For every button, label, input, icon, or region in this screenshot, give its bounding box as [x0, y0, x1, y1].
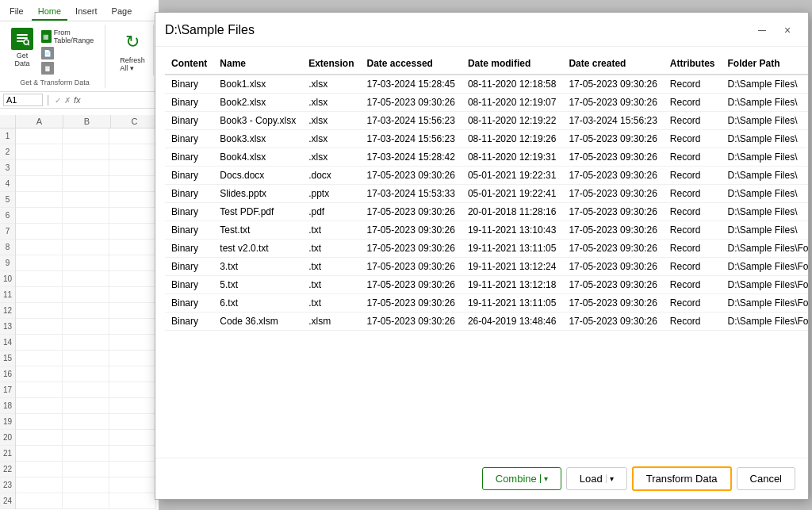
- tab-insert[interactable]: Insert: [69, 3, 104, 21]
- grid-cell[interactable]: [63, 319, 109, 335]
- grid-cell[interactable]: [16, 160, 62, 176]
- grid-cell[interactable]: [16, 208, 62, 224]
- grid-cell[interactable]: [109, 287, 155, 303]
- grid-cell[interactable]: [16, 477, 62, 493]
- grid-cell[interactable]: [109, 224, 155, 240]
- grid-cell[interactable]: [63, 366, 109, 382]
- grid-cell[interactable]: [109, 192, 155, 208]
- grid-cell[interactable]: [63, 192, 109, 208]
- dialog-minimize-button[interactable]: ─: [751, 19, 773, 41]
- grid-cell[interactable]: [109, 398, 155, 414]
- grid-cell[interactable]: [16, 271, 62, 287]
- grid-cell[interactable]: [16, 144, 62, 160]
- grid-cell[interactable]: [16, 303, 62, 319]
- refresh-button[interactable]: ↻ RefreshAll ▾: [115, 26, 150, 74]
- grid-cell[interactable]: [63, 351, 109, 366]
- tab-home[interactable]: Home: [32, 3, 67, 21]
- grid-cell[interactable]: [16, 128, 62, 144]
- grid-cell[interactable]: [16, 224, 62, 240]
- table-row[interactable]: BinaryBook3 - Copy.xlsx.xlsx17-03-2024 1…: [165, 112, 808, 130]
- grid-cell[interactable]: [63, 414, 109, 430]
- grid-cell[interactable]: [16, 287, 62, 303]
- grid-cell[interactable]: [63, 303, 109, 319]
- grid-cell[interactable]: [63, 477, 109, 493]
- grid-cell[interactable]: [109, 462, 155, 477]
- grid-cell[interactable]: [63, 160, 109, 176]
- grid-cell[interactable]: [63, 224, 109, 240]
- grid-cell[interactable]: [109, 208, 155, 224]
- grid-cell[interactable]: [63, 128, 109, 144]
- grid-cell[interactable]: [109, 351, 155, 366]
- grid-cell[interactable]: [63, 462, 109, 477]
- grid-cell[interactable]: [16, 240, 62, 255]
- grid-cell[interactable]: [16, 351, 62, 366]
- grid-cell[interactable]: [109, 319, 155, 335]
- table-row[interactable]: Binarytest v2.0.txt.txt17-05-2023 09:30:…: [165, 240, 808, 258]
- cancel-button[interactable]: Cancel: [737, 467, 795, 490]
- table-row[interactable]: Binary6.txt.txt17-05-2023 09:30:2619-11-…: [165, 294, 808, 313]
- table-row[interactable]: BinarySlides.pptx.pptx17-03-2024 15:53:3…: [165, 185, 808, 203]
- grid-cell[interactable]: [16, 335, 62, 351]
- grid-cell[interactable]: [109, 477, 155, 493]
- load-button[interactable]: Load ▾: [566, 467, 627, 490]
- grid-cell[interactable]: [16, 493, 62, 509]
- grid-cell[interactable]: [109, 366, 155, 382]
- tab-page[interactable]: Page: [105, 3, 139, 21]
- table-row[interactable]: BinaryTest.txt.txt17-05-2023 09:30:2619-…: [165, 221, 808, 240]
- grid-cell[interactable]: [16, 414, 62, 430]
- grid-cell[interactable]: [63, 335, 109, 351]
- grid-cell[interactable]: [109, 128, 155, 144]
- grid-cell[interactable]: [63, 271, 109, 287]
- table-row[interactable]: BinaryBook3.xlsx.xlsx17-03-2024 15:56:23…: [165, 130, 808, 148]
- grid-cell[interactable]: [63, 255, 109, 271]
- combine-button[interactable]: Combine ▾: [482, 467, 561, 490]
- grid-cell[interactable]: [16, 319, 62, 335]
- grid-cell[interactable]: [109, 414, 155, 430]
- grid-cell[interactable]: [63, 240, 109, 255]
- table-row[interactable]: BinaryDocs.docx.docx17-05-2023 09:30:260…: [165, 167, 808, 185]
- grid-cell[interactable]: [63, 398, 109, 414]
- grid-cell[interactable]: [16, 382, 62, 398]
- table-row[interactable]: BinaryTest PDF.pdf.pdf17-05-2023 09:30:2…: [165, 203, 808, 221]
- grid-cell[interactable]: [109, 255, 155, 271]
- table-row[interactable]: BinaryBook2.xlsx.xlsx17-05-2023 09:30:26…: [165, 94, 808, 112]
- grid-cell[interactable]: [109, 430, 155, 446]
- grid-cell[interactable]: [63, 144, 109, 160]
- grid-cell[interactable]: [109, 271, 155, 287]
- small-btn-2[interactable]: 📄: [40, 46, 102, 60]
- grid-cell[interactable]: [109, 240, 155, 255]
- dialog-close-button[interactable]: ×: [776, 19, 799, 41]
- table-row[interactable]: Binary3.txt.txt17-05-2023 09:30:2619-11-…: [165, 258, 808, 276]
- grid-cell[interactable]: [109, 446, 155, 462]
- grid-cell[interactable]: [63, 176, 109, 192]
- grid-cell[interactable]: [63, 382, 109, 398]
- grid-cell[interactable]: [63, 430, 109, 446]
- grid-cell[interactable]: [109, 493, 155, 509]
- grid-cell[interactable]: [109, 160, 155, 176]
- table-row[interactable]: BinaryBook4.xlsx.xlsx17-03-2024 15:28:42…: [165, 148, 808, 167]
- grid-cell[interactable]: [63, 287, 109, 303]
- grid-cell[interactable]: [109, 382, 155, 398]
- small-btn-1[interactable]: ▦ From Table/Range: [40, 28, 102, 45]
- cell-reference-input[interactable]: [3, 94, 43, 106]
- grid-cell[interactable]: [109, 335, 155, 351]
- grid-cell[interactable]: [16, 176, 62, 192]
- table-row[interactable]: BinaryCode 36.xlsm.xlsm17-05-2023 09:30:…: [165, 313, 808, 331]
- table-row[interactable]: Binary5.txt.txt17-05-2023 09:30:2619-11-…: [165, 276, 808, 294]
- grid-cell[interactable]: [109, 144, 155, 160]
- grid-cell[interactable]: [109, 303, 155, 319]
- grid-cell[interactable]: [63, 446, 109, 462]
- grid-cell[interactable]: [16, 430, 62, 446]
- grid-cell[interactable]: [16, 366, 62, 382]
- get-data-button[interactable]: GetData: [8, 26, 36, 69]
- grid-cell[interactable]: [16, 446, 62, 462]
- grid-cell[interactable]: [109, 176, 155, 192]
- table-row[interactable]: BinaryBook1.xlsx.xlsx17-03-2024 15:28:45…: [165, 75, 808, 94]
- grid-cell[interactable]: [16, 255, 62, 271]
- grid-cell[interactable]: [16, 398, 62, 414]
- small-btn-3[interactable]: 📋: [40, 61, 102, 75]
- grid-cell[interactable]: [63, 208, 109, 224]
- transform-data-button[interactable]: Transform Data: [632, 466, 732, 491]
- grid-cell[interactable]: [63, 493, 109, 509]
- grid-cell[interactable]: [16, 192, 62, 208]
